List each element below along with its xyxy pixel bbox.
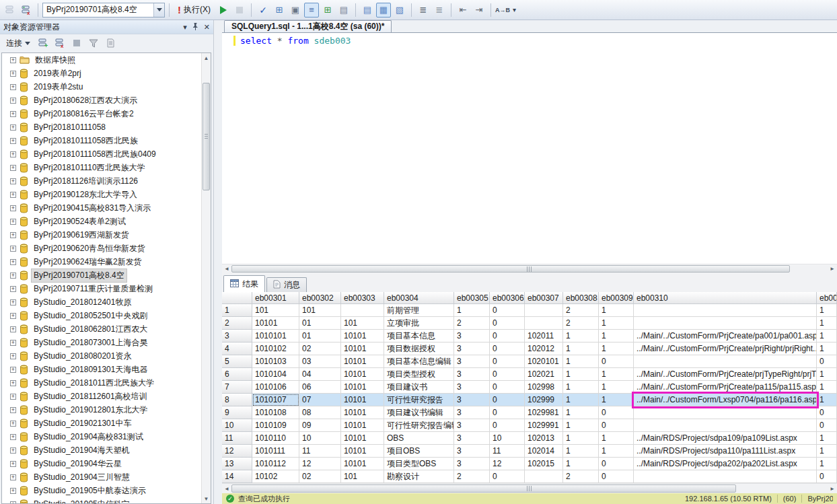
grid-cell[interactable]: 1 [817,368,837,381]
sql-editor[interactable]: select * from sdeb003 [222,33,837,264]
splitter-grip[interactable] [527,266,533,272]
grid-cell[interactable]: ../Main/RDS/Project/sdpa202/pa202List.as… [634,458,817,470]
change-connection-icon[interactable]: x [19,3,34,17]
expand-icon[interactable]: + [10,192,16,198]
row-number-cell[interactable]: 5 [222,355,252,368]
grid-row[interactable]: 21010101101立项审批20211 [222,317,837,330]
grid-cell[interactable]: 3 [454,355,490,368]
grid-cell[interactable]: 项目基本信息 [384,330,454,343]
tree-item[interactable]: +ByPrj201810111058西北民族 [2,134,201,147]
grid-cell[interactable]: 2 [563,304,599,317]
row-number-cell[interactable]: 4 [222,343,252,355]
chevron-down-icon[interactable] [153,3,164,17]
tree-item[interactable]: +ByPrj201810111058 [2,120,201,134]
tree-item[interactable]: +ByPrj20180816云平台帐套2 [2,107,201,120]
grid-cell[interactable]: 前期管理 [384,304,454,317]
grid-cell[interactable]: 2 [563,470,599,483]
grid-cell[interactable]: 0 [490,355,525,368]
expand-icon[interactable]: + [10,434,16,440]
grid-cell[interactable]: 1020101 [525,355,563,368]
expand-icon[interactable]: + [10,353,16,359]
grid-cell[interactable]: 01 [299,317,341,330]
expand-icon[interactable]: + [10,124,16,131]
row-number-cell[interactable]: 6 [222,368,252,381]
tree-item[interactable]: +ByStudio_2018091301天海电器 [2,363,201,376]
grid-cell[interactable]: 1 [599,330,634,343]
close-icon[interactable]: ✕ [204,24,210,31]
grid-cell[interactable]: ../Main/../CustomForm/Lxsp0704/pa116/pa1… [634,394,817,406]
scroll-down-icon[interactable]: ▼ [202,494,211,503]
tree-item[interactable]: +ByStudio_2019012801东北大学 [2,403,201,417]
query-options-button[interactable]: ▣ [288,3,303,17]
expand-icon[interactable]: + [10,340,16,346]
uncomment-button[interactable]: ≣ [432,3,447,17]
grid-cell[interactable]: 10101 [341,394,384,406]
grid-cell[interactable] [634,355,817,368]
row-number-cell[interactable]: 13 [222,458,252,470]
grid-cell[interactable]: 0 [599,458,634,470]
grid-cell[interactable]: 101 [341,470,384,483]
grid-cell[interactable]: 1 [563,355,599,368]
row-number-cell[interactable]: 7 [222,381,252,394]
parse-button[interactable]: ✓ [256,3,270,17]
grid-cell[interactable]: 0 [817,470,837,483]
tree-item[interactable]: +ByStudio_201905中航泰达演示 [2,484,201,497]
grid-cell[interactable]: 3 [454,458,490,470]
grid-cell[interactable]: ../Main/RDS/Project/sdpa110/pa111List.as… [634,445,817,458]
splitter-grip[interactable] [527,486,533,491]
results-to-grid-button[interactable]: ▦ [376,3,391,17]
grid-cell[interactable]: 101 [299,304,341,317]
grid-cell[interactable]: ../Main/../CustomForm/PrjCreate/prjTypeR… [634,368,817,381]
connect-icon[interactable] [3,3,17,17]
expand-icon[interactable]: + [10,246,16,252]
grid-cell[interactable]: 07 [299,394,341,406]
expand-icon[interactable]: + [10,111,16,117]
scroll-left-icon[interactable]: ◄ [222,264,231,273]
grid-cell[interactable]: 1 [599,304,634,317]
expand-icon[interactable]: + [10,326,16,332]
estimated-plan-button[interactable]: ⊞ [272,3,287,17]
grid-cell[interactable]: 项目类型OBS [384,458,454,470]
tree-item[interactable]: +ByPrj20190619西湖新发货 [2,228,201,242]
grid-cell[interactable]: 1 [599,394,634,406]
grid-cell[interactable]: 2 [454,317,490,330]
grid-cell[interactable]: 10101 [341,368,384,381]
tree-item[interactable]: +ByStudio_2018012401牧原 [2,295,201,309]
grid-cell[interactable]: 1 [563,432,599,445]
tree-item[interactable]: +ByStudio_2019021301中车 [2,417,201,430]
tree-item[interactable]: +ByPrj20181126培训演示1126 [2,174,201,188]
grid-cell[interactable]: 项目OBS [384,445,454,458]
column-header[interactable]: eb00308 [563,292,599,304]
grid-cell[interactable]: 1 [817,304,837,317]
grid-cell[interactable]: ../Main/../CustomForm/PrjCreate/pa001/pa… [634,330,817,343]
expand-icon[interactable]: + [10,313,16,319]
grid-cell[interactable]: 1 [599,381,634,394]
tree-item[interactable]: +ByPrj20190711重庆计量质量检测 [2,282,201,295]
grid-cell[interactable]: 10101 [341,406,384,419]
database-dropdown[interactable]: ByPrj20190701高校8.4空 [42,3,165,17]
grid-cell[interactable] [341,304,384,317]
grid-cell[interactable]: 0 [817,406,837,419]
grid-cell[interactable]: 项目类型授权 [384,368,454,381]
column-header[interactable]: eb00303 [341,292,384,304]
grid-cell[interactable]: OBS [384,432,454,445]
expand-icon[interactable]: + [10,84,16,90]
expand-icon[interactable]: + [10,151,16,157]
grid-cell[interactable]: 1 [563,394,599,406]
grid-cell[interactable] [634,419,817,432]
grid-cell[interactable] [634,406,817,419]
grid-cell[interactable]: 2 [454,470,490,483]
grid-cell[interactable]: 1 [817,445,837,458]
grid-cell[interactable]: 03 [299,355,341,368]
results-to-file-button[interactable]: ▧ [392,3,407,17]
grid-cell[interactable]: 3 [454,419,490,432]
grid-cell[interactable]: 项目数据授权 [384,343,454,355]
grid-cell[interactable]: 1 [599,368,634,381]
grid-cell[interactable]: 10 [490,432,525,445]
grid-cell[interactable]: 10102 [252,470,299,483]
grid-cell[interactable]: 102014 [525,445,563,458]
grid-cell[interactable]: ../Main/../CustomForm/PrjCreate/pa115/pa… [634,381,817,394]
decrease-indent-button[interactable]: ⇤ [456,3,470,17]
grid-cell[interactable]: 102012 [525,343,563,355]
row-number-cell[interactable]: 12 [222,445,252,458]
